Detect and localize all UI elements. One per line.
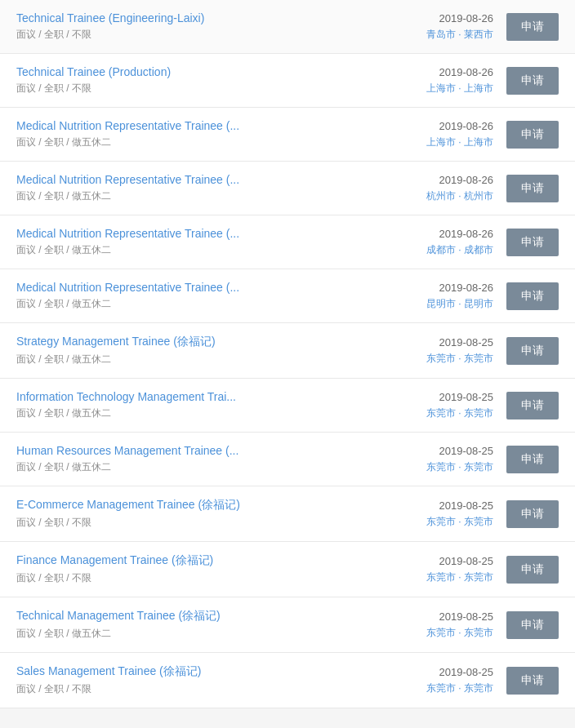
- list-item: Sales Management Trainee (徐福记) 面议 / 全职 /…: [0, 653, 575, 708]
- job-location: 上海市 · 上海市: [426, 135, 493, 149]
- apply-button[interactable]: 申请: [506, 446, 559, 473]
- job-location: 东莞市 · 东莞市: [426, 352, 493, 366]
- job-date: 2019-08-26: [439, 66, 494, 78]
- apply-button[interactable]: 申请: [506, 392, 559, 419]
- job-meta: 面议 / 全职 / 做五休二: [16, 243, 363, 257]
- job-right: 2019-08-25 东莞市 · 东莞市: [363, 391, 493, 420]
- job-right: 2019-08-25 东莞市 · 东莞市: [363, 445, 493, 474]
- job-title[interactable]: Information Technology Management Trai..…: [16, 390, 363, 403]
- job-title[interactable]: Finance Management Trainee (徐福记): [16, 553, 363, 568]
- job-title[interactable]: Technical Management Trainee (徐福记): [16, 609, 363, 624]
- apply-button[interactable]: 申请: [506, 611, 559, 639]
- job-meta: 面议 / 全职 / 做五休二: [16, 406, 363, 420]
- job-info: Human Resources Management Trainee (... …: [16, 444, 363, 474]
- job-right: 2019-08-25 东莞市 · 东莞市: [363, 555, 493, 584]
- job-date: 2019-08-26: [439, 174, 494, 186]
- apply-button[interactable]: 申请: [506, 337, 559, 365]
- apply-button[interactable]: 申请: [506, 556, 559, 584]
- job-title[interactable]: Technical Trainee (Production): [16, 65, 363, 78]
- job-info: Finance Management Trainee (徐福记) 面议 / 全职…: [16, 553, 363, 585]
- list-item: Medical Nutrition Representative Trainee…: [0, 162, 575, 215]
- job-info: Technical Trainee (Production) 面议 / 全职 /…: [16, 65, 363, 95]
- job-meta: 面议 / 全职 / 不限: [16, 28, 363, 42]
- apply-button[interactable]: 申请: [506, 121, 559, 149]
- job-info: Technical Trainee (Engineering-Laixi) 面议…: [16, 11, 363, 42]
- apply-button[interactable]: 申请: [506, 282, 559, 310]
- job-location: 杭州市 · 杭州市: [426, 189, 493, 203]
- job-location: 东莞市 · 东莞市: [426, 570, 493, 584]
- job-title[interactable]: E-Commerce Management Trainee (徐福记): [16, 498, 363, 513]
- job-info: Sales Management Trainee (徐福记) 面议 / 全职 /…: [16, 664, 363, 696]
- job-title[interactable]: Medical Nutrition Representative Trainee…: [16, 173, 363, 186]
- list-item: Technical Management Trainee (徐福记) 面议 / …: [0, 597, 575, 653]
- job-right: 2019-08-25 东莞市 · 东莞市: [363, 336, 493, 366]
- job-date: 2019-08-25: [439, 499, 494, 512]
- job-meta: 面议 / 全职 / 不限: [16, 571, 363, 585]
- job-meta: 面议 / 全职 / 做五休二: [16, 135, 363, 149]
- job-location: 青岛市 · 莱西市: [426, 28, 493, 42]
- job-date: 2019-08-26: [439, 120, 494, 132]
- job-title[interactable]: Strategy Management Trainee (徐福记): [16, 335, 363, 349]
- list-item: E-Commerce Management Trainee (徐福记) 面议 /…: [0, 486, 575, 542]
- list-item: Strategy Management Trainee (徐福记) 面议 / 全…: [0, 323, 575, 379]
- job-date: 2019-08-26: [439, 228, 494, 240]
- list-item: Medical Nutrition Representative Trainee…: [0, 108, 575, 162]
- job-info: Medical Nutrition Representative Trainee…: [16, 227, 363, 257]
- job-date: 2019-08-25: [439, 391, 494, 403]
- job-right: 2019-08-25 东莞市 · 东莞市: [363, 499, 493, 529]
- job-meta: 面议 / 全职 / 做五休二: [16, 189, 363, 203]
- job-title[interactable]: Human Resources Management Trainee (...: [16, 444, 363, 457]
- job-info: Medical Nutrition Representative Trainee…: [16, 281, 363, 311]
- job-right: 2019-08-26 上海市 · 上海市: [363, 66, 493, 95]
- apply-button[interactable]: 申请: [506, 13, 559, 41]
- job-meta: 面议 / 全职 / 不限: [16, 516, 363, 530]
- job-right: 2019-08-25 东莞市 · 东莞市: [363, 610, 493, 640]
- job-right: 2019-08-26 青岛市 · 莱西市: [363, 12, 493, 42]
- job-right: 2019-08-26 杭州市 · 杭州市: [363, 174, 493, 203]
- job-meta: 面议 / 全职 / 做五休二: [16, 353, 363, 366]
- job-location: 东莞市 · 东莞市: [426, 460, 493, 474]
- job-date: 2019-08-25: [439, 336, 494, 348]
- job-date: 2019-08-25: [439, 666, 494, 678]
- job-location: 东莞市 · 东莞市: [426, 406, 493, 420]
- job-info: Medical Nutrition Representative Trainee…: [16, 119, 363, 149]
- job-info: Strategy Management Trainee (徐福记) 面议 / 全…: [16, 335, 363, 366]
- apply-button[interactable]: 申请: [506, 500, 559, 528]
- job-info: Technical Management Trainee (徐福记) 面议 / …: [16, 609, 363, 641]
- job-right: 2019-08-26 上海市 · 上海市: [363, 120, 493, 149]
- job-date: 2019-08-25: [439, 445, 494, 457]
- job-title[interactable]: Medical Nutrition Representative Trainee…: [16, 119, 363, 132]
- job-list: Technical Trainee (Engineering-Laixi) 面议…: [0, 0, 575, 708]
- list-item: Technical Trainee (Engineering-Laixi) 面议…: [0, 0, 575, 54]
- apply-button[interactable]: 申请: [506, 229, 559, 256]
- job-location: 上海市 · 上海市: [426, 82, 493, 95]
- apply-button[interactable]: 申请: [506, 175, 559, 202]
- job-title[interactable]: Medical Nutrition Representative Trainee…: [16, 281, 363, 294]
- job-location: 东莞市 · 东莞市: [426, 681, 493, 695]
- job-meta: 面议 / 全职 / 做五休二: [16, 297, 363, 311]
- job-title[interactable]: Sales Management Trainee (徐福记): [16, 664, 363, 679]
- job-right: 2019-08-26 成都市 · 成都市: [363, 228, 493, 257]
- job-location: 东莞市 · 东莞市: [426, 626, 493, 640]
- job-location: 昆明市 · 昆明市: [426, 297, 493, 311]
- job-meta: 面议 / 全职 / 做五休二: [16, 460, 363, 474]
- apply-button[interactable]: 申请: [506, 667, 559, 695]
- job-info: Medical Nutrition Representative Trainee…: [16, 173, 363, 203]
- job-date: 2019-08-25: [439, 555, 494, 567]
- list-item: Medical Nutrition Representative Trainee…: [0, 269, 575, 323]
- job-title[interactable]: Medical Nutrition Representative Trainee…: [16, 227, 363, 240]
- job-date: 2019-08-26: [439, 282, 494, 294]
- list-item: Finance Management Trainee (徐福记) 面议 / 全职…: [0, 542, 575, 597]
- job-date: 2019-08-25: [439, 610, 494, 623]
- job-title[interactable]: Technical Trainee (Engineering-Laixi): [16, 11, 363, 24]
- job-meta: 面议 / 全职 / 不限: [16, 82, 363, 95]
- apply-button[interactable]: 申请: [506, 67, 559, 95]
- job-date: 2019-08-26: [439, 12, 494, 24]
- job-info: Information Technology Management Trai..…: [16, 390, 363, 420]
- list-item: Information Technology Management Trai..…: [0, 379, 575, 433]
- job-meta: 面议 / 全职 / 不限: [16, 682, 363, 696]
- list-item: Human Resources Management Trainee (... …: [0, 433, 575, 486]
- job-info: E-Commerce Management Trainee (徐福记) 面议 /…: [16, 498, 363, 530]
- job-right: 2019-08-26 昆明市 · 昆明市: [363, 282, 493, 311]
- list-item: Medical Nutrition Representative Trainee…: [0, 215, 575, 269]
